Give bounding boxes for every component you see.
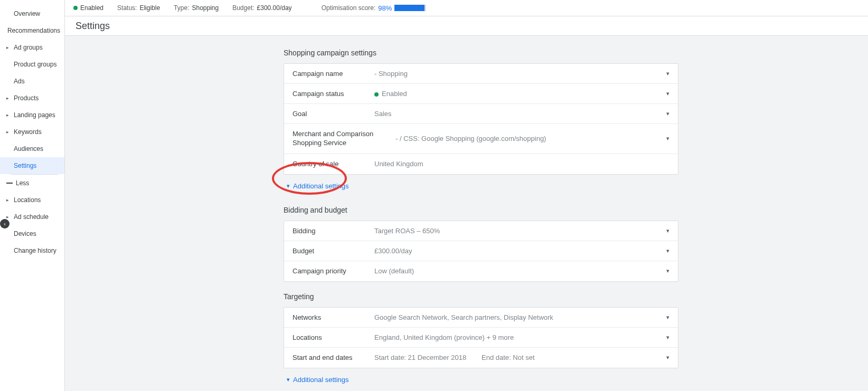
caret-right-icon: ▸ — [6, 112, 12, 118]
sidebar-item-landing-pages[interactable]: ▸Landing pages — [0, 107, 64, 123]
sidebar-item-change-history[interactable]: Change history — [0, 242, 64, 259]
page-title: Settings — [76, 21, 110, 32]
sidebar-item-label: Product groups — [14, 61, 56, 68]
sidebar-item-label: Audiences — [14, 145, 43, 152]
sidebar-item-label: Devices — [14, 230, 36, 237]
status-eligibility: Status: Eligible — [117, 4, 160, 12]
status-optimisation-score[interactable]: Optimisation score: 98% — [322, 4, 427, 12]
sidebar-item-label: Recommendations — [7, 27, 60, 34]
row-goal[interactable]: Goal Sales ▾ — [284, 104, 678, 124]
card-bidding-budget: Bidding Target ROAS – 650% ▾ Budget £300… — [284, 221, 678, 282]
sidebar-item-label: Locations — [14, 196, 41, 204]
caret-right-icon: ▸ — [6, 129, 12, 135]
chevron-left-icon: ‹ — [4, 221, 6, 227]
status-enabled[interactable]: Enabled — [73, 4, 103, 12]
sidebar-item-label: Settings — [14, 162, 36, 169]
sidebar-item-label: Keywords — [14, 128, 42, 136]
row-campaign-priority[interactable]: Campaign priority Low (default) ▾ — [284, 261, 678, 281]
minus-icon — [6, 183, 13, 184]
sidebar-item-products[interactable]: ▸Products — [0, 90, 64, 107]
sidebar-item-locations[interactable]: ▸Locations — [0, 192, 64, 208]
chevron-down-icon: ▾ — [666, 334, 669, 341]
sidebar-item-devices[interactable]: Devices — [0, 225, 64, 242]
sidebar-item-label: Ad schedule — [14, 213, 49, 221]
chevron-down-icon: ▾ — [666, 314, 669, 321]
sidebar-item-label: Landing pages — [14, 111, 55, 119]
optimisation-score-bar — [394, 5, 426, 11]
chevron-down-icon: ▾ — [666, 70, 669, 77]
card-targeting: Networks Google Search Network, Search p… — [284, 307, 678, 368]
row-country-of-sale[interactable]: Country of sale United Kingdom ▾ — [284, 154, 678, 174]
sidebar-item-label: Ads — [14, 78, 25, 85]
sidebar-item-ads[interactable]: Ads — [0, 73, 64, 90]
sidebar-item-recommendations[interactable]: Recommendations — [0, 22, 64, 39]
page-title-bar: Settings — [65, 16, 868, 36]
sidebar-item-settings[interactable]: Settings — [0, 157, 64, 174]
sidebar-item-overview[interactable]: Overview — [0, 5, 64, 22]
sidebar-item-ad-schedule[interactable]: ▸Ad schedule — [0, 208, 64, 225]
row-campaign-name[interactable]: Campaign name - Shopping ▾ — [284, 64, 678, 84]
caret-right-icon: ▸ — [6, 197, 12, 203]
row-campaign-status[interactable]: Campaign status Enabled ▾ — [284, 84, 678, 104]
sidebar-item-product-groups[interactable]: Product groups — [0, 56, 64, 73]
chevron-down-icon: ▾ — [666, 135, 669, 142]
sidebar: Overview Recommendations ▸Ad groups Prod… — [0, 0, 65, 391]
caret-right-icon: ▸ — [6, 214, 12, 220]
row-networks[interactable]: Networks Google Search Network, Search p… — [284, 308, 678, 328]
additional-settings-targeting[interactable]: ▾ Additional settings — [284, 370, 678, 389]
additional-settings-shopping[interactable]: ▾ Additional settings — [284, 177, 678, 195]
chevron-down-icon: ▾ — [666, 268, 669, 274]
sidebar-item-label: Change history — [14, 247, 56, 254]
section-title-shopping: Shopping campaign settings — [284, 49, 678, 57]
row-bidding[interactable]: Bidding Target ROAS – 650% ▾ — [284, 221, 678, 241]
sidebar-item-audiences[interactable]: Audiences — [0, 140, 64, 157]
chevron-down-icon: ▾ — [666, 90, 669, 97]
sidebar-collapse-toggle[interactable]: ‹ — [0, 219, 10, 228]
row-start-end-dates[interactable]: Start and end dates Start date: 21 Decem… — [284, 348, 678, 368]
sidebar-item-label: Ad groups — [14, 44, 43, 51]
section-title-bidding: Bidding and budget — [284, 206, 678, 214]
sidebar-item-ad-groups[interactable]: ▸Ad groups — [0, 39, 64, 56]
chevron-down-icon: ▾ — [666, 354, 669, 361]
chevron-down-icon: ▾ — [287, 376, 290, 383]
sidebar-item-label: Products — [14, 94, 39, 102]
caret-right-icon: ▸ — [6, 45, 12, 50]
sidebar-item-label: Less — [16, 179, 29, 187]
green-dot-icon — [73, 6, 78, 10]
chevron-down-icon: ▾ — [666, 247, 669, 254]
chevron-down-icon: ▾ — [666, 110, 669, 117]
status-enabled-label: Enabled — [80, 4, 103, 12]
campaign-status-bar: Enabled Status: Eligible Type: Shopping … — [65, 0, 868, 16]
card-shopping-settings: Campaign name - Shopping ▾ Campaign stat… — [284, 63, 678, 175]
row-budget[interactable]: Budget £300.00/day ▾ — [284, 241, 678, 261]
status-budget: Budget: £300.00/day — [232, 4, 291, 12]
chevron-down-icon: ▾ — [666, 227, 669, 234]
section-title-targeting: Targeting — [284, 292, 678, 301]
green-dot-icon — [374, 92, 379, 97]
sidebar-item-label: Overview — [14, 10, 40, 17]
sidebar-less-toggle[interactable]: Less — [0, 175, 64, 192]
row-merchant-css[interactable]: Merchant and Comparison Shopping Service… — [284, 124, 678, 154]
status-type: Type: Shopping — [174, 4, 219, 12]
caret-right-icon: ▸ — [6, 96, 12, 101]
sidebar-item-keywords[interactable]: ▸Keywords — [0, 123, 64, 140]
chevron-down-icon: ▾ — [287, 183, 290, 189]
row-locations[interactable]: Locations England, United Kingdom (provi… — [284, 328, 678, 348]
